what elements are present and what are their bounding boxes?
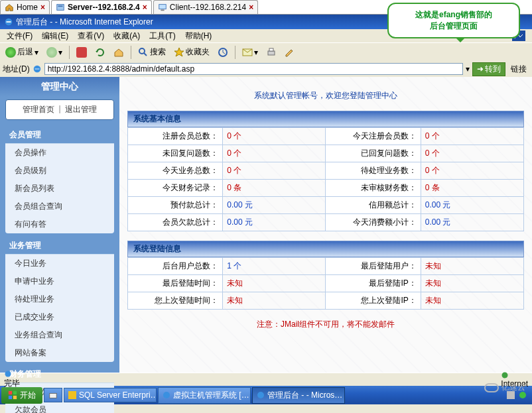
separator bbox=[131, 46, 131, 59]
task-button[interactable]: 虚拟主机管理系统 [… bbox=[158, 387, 251, 404]
content-area: 系统默认管理帐号，欢迎您登陆管理中心 系统基本信息 注册会员总数：0 个今天注册… bbox=[119, 77, 532, 373]
menu-help[interactable]: 帮助(H) bbox=[181, 29, 216, 43]
search-icon bbox=[138, 47, 149, 58]
edit-icon bbox=[285, 47, 295, 58]
menu-edit[interactable]: 编辑(E) bbox=[38, 29, 72, 43]
taskbar: 开始 SQL Server Enterpri… 虚拟主机管理系统 [… 管理后台… bbox=[0, 386, 532, 404]
svg-point-12 bbox=[5, 371, 11, 377]
sidebar-item[interactable]: 待处理业务 bbox=[5, 290, 114, 308]
close-icon[interactable]: × bbox=[249, 3, 253, 12]
nav-logout-link[interactable]: 退出管理 bbox=[65, 104, 97, 115]
ie-e-icon bbox=[4, 17, 13, 27]
outer-tab-label: Home bbox=[17, 3, 38, 12]
menu-view[interactable]: 查看(V) bbox=[74, 29, 108, 43]
menu-file[interactable]: 文件(F) bbox=[3, 29, 36, 43]
outer-tab-server[interactable]: Server--192.168.2.4 × bbox=[51, 0, 152, 14]
sidebar-group-members: 会员管理 会员操作 会员级别 新会员列表 会员组合查询 有问有答 bbox=[5, 127, 114, 233]
table-row: 注册会员总数：0 个今天注册会员数：0 个 bbox=[128, 128, 524, 145]
zone-text: Internet bbox=[501, 379, 528, 388]
table-row: 今天业务总数：0 个待处理业务数：0 个 bbox=[128, 162, 524, 180]
home-icon bbox=[113, 47, 124, 58]
start-label: 开始 bbox=[20, 390, 36, 401]
print-icon bbox=[266, 47, 277, 58]
sidebar-item[interactable]: 申请中业务 bbox=[5, 272, 114, 290]
sidebar-item[interactable]: 业务组合查询 bbox=[5, 326, 114, 344]
print-button[interactable] bbox=[263, 46, 279, 59]
sidebar-category[interactable]: 业务管理 bbox=[5, 237, 114, 255]
chevron-down-icon[interactable]: ▾ bbox=[466, 64, 470, 74]
refresh-button[interactable] bbox=[92, 46, 108, 59]
tray-icon[interactable] bbox=[519, 391, 527, 399]
sidebar-title: 管理中心 bbox=[0, 77, 119, 97]
separator bbox=[69, 46, 70, 59]
history-button[interactable] bbox=[215, 46, 231, 59]
task-button[interactable]: 管理后台 - - Micros… bbox=[252, 387, 345, 404]
sidebar-category[interactable]: 会员管理 bbox=[5, 127, 114, 144]
sidebar-item[interactable]: 会员级别 bbox=[5, 162, 114, 180]
svg-rect-10 bbox=[269, 48, 273, 51]
quick-launch-icon[interactable] bbox=[44, 388, 62, 402]
favorites-label: 收藏夹 bbox=[186, 46, 210, 58]
svg-rect-1 bbox=[58, 5, 63, 7]
sidebar-item[interactable]: 网站备案 bbox=[5, 344, 114, 362]
table-row: 预付款总计：0.00 元信用额总计：0.00 元 bbox=[128, 197, 524, 214]
go-button[interactable]: ➜ 转到 bbox=[472, 62, 505, 76]
svg-rect-18 bbox=[50, 393, 57, 398]
chevron-down-icon: ▾ bbox=[34, 48, 38, 57]
outer-tab-client[interactable]: Client--192.168.2.214 × bbox=[153, 0, 258, 14]
links-label[interactable]: 链接 bbox=[508, 64, 529, 75]
outer-tab-home[interactable]: Home × bbox=[0, 0, 50, 14]
login-info-table: 后台用户总数：1 个最后登陆用户：未知 最后登陆时间：未知最后登陆IP：未知 您… bbox=[127, 257, 524, 310]
svg-rect-16 bbox=[9, 396, 12, 399]
home-button[interactable] bbox=[111, 46, 127, 59]
chevron-down-icon: ▾ bbox=[254, 48, 258, 57]
svg-rect-19 bbox=[68, 391, 76, 399]
system-tray[interactable] bbox=[503, 391, 531, 399]
table-row: 会员欠款总计：0.00 元今天消费额小计：0.00 元 bbox=[128, 214, 524, 231]
menu-favorites[interactable]: 收藏(A) bbox=[109, 29, 144, 43]
back-arrow-icon bbox=[5, 47, 16, 58]
menu-tools[interactable]: 工具(T) bbox=[145, 29, 179, 43]
edit-button[interactable] bbox=[282, 46, 298, 59]
task-label: 虚拟主机管理系统 [… bbox=[173, 390, 249, 401]
table-row: 今天财务记录：0 条未审核财务数：0 条 bbox=[128, 180, 524, 197]
outer-tab-label: Client--192.168.2.214 bbox=[170, 3, 246, 12]
client-icon bbox=[158, 3, 167, 12]
table-row: 最后登陆时间：未知最后登陆IP：未知 bbox=[128, 275, 524, 292]
forward-button[interactable]: ▾ bbox=[44, 46, 65, 59]
nav-home-link[interactable]: 管理首页 bbox=[23, 104, 54, 115]
windows-icon bbox=[8, 390, 17, 400]
favorites-button[interactable]: 收藏夹 bbox=[171, 45, 212, 59]
panel-header-login: 系统登陆信息 bbox=[127, 241, 524, 257]
stop-button[interactable] bbox=[74, 46, 90, 59]
ie-toolbar: 后退 ▾ ▾ 搜索 收藏夹 ▾ bbox=[0, 42, 532, 61]
close-icon[interactable]: × bbox=[40, 3, 45, 12]
sidebar-item[interactable]: 有问有答 bbox=[5, 215, 114, 233]
close-icon[interactable]: × bbox=[143, 3, 147, 12]
sidebar-item[interactable]: 会员组合查询 bbox=[5, 198, 114, 215]
app-icon bbox=[68, 391, 76, 399]
tray-icon[interactable] bbox=[507, 391, 515, 399]
search-button[interactable]: 搜索 bbox=[135, 45, 168, 59]
start-button[interactable]: 开始 bbox=[1, 387, 42, 404]
task-button[interactable]: SQL Server Enterpri… bbox=[64, 388, 157, 402]
sidebar-group-business: 业务管理 今日业务 申请中业务 待处理业务 已成交业务 业务组合查询 网站备案 bbox=[5, 237, 114, 362]
svg-rect-0 bbox=[57, 5, 64, 11]
sidebar-item[interactable]: 今日业务 bbox=[5, 255, 114, 272]
sidebar-item[interactable]: 会员操作 bbox=[5, 144, 114, 162]
mail-button[interactable]: ▾ bbox=[239, 46, 261, 59]
bubble-line2: 后台管理页面 bbox=[395, 21, 512, 32]
sidebar-item[interactable]: 新会员列表 bbox=[5, 180, 114, 198]
svg-rect-3 bbox=[161, 10, 164, 11]
svg-rect-14 bbox=[9, 391, 12, 394]
address-input[interactable] bbox=[44, 63, 463, 75]
annotation-bubble: 这就是efang销售部的 后台管理页面 bbox=[387, 3, 520, 38]
mail-icon bbox=[242, 47, 253, 58]
sidebar-category[interactable]: 财务管理 bbox=[5, 366, 114, 383]
server-icon bbox=[56, 3, 65, 12]
sidebar-item[interactable]: 已成交业务 bbox=[5, 308, 114, 326]
back-button[interactable]: 后退 ▾ bbox=[3, 45, 41, 59]
task-label: 管理后台 - - Micros… bbox=[267, 390, 342, 401]
page-icon bbox=[33, 64, 42, 74]
go-label: 转到 bbox=[485, 64, 501, 75]
